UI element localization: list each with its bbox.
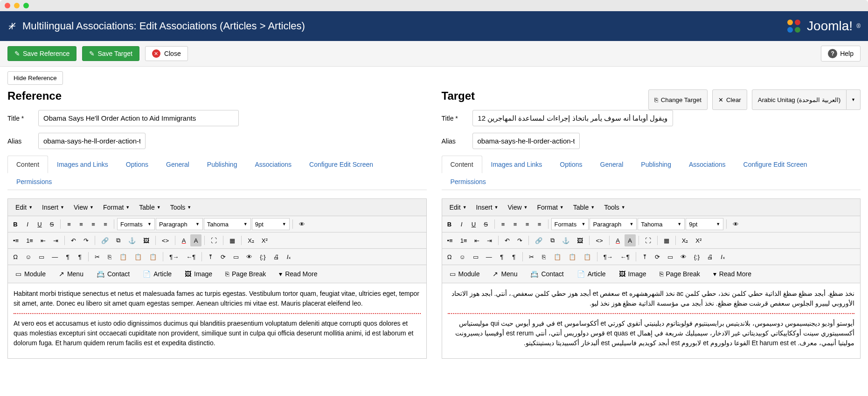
paste-icon[interactable]: 📋: [116, 251, 130, 263]
outdent-icon[interactable]: ⇤: [37, 234, 49, 246]
menu-tools[interactable]: Tools▼: [600, 201, 629, 214]
tab-general[interactable]: General: [591, 156, 632, 173]
template-icon[interactable]: {;}: [691, 251, 703, 263]
insert-module[interactable]: ▭Module: [11, 268, 50, 280]
strike-icon[interactable]: S: [480, 218, 492, 230]
paste-word-icon[interactable]: 📋: [580, 251, 594, 263]
preview-icon[interactable]: 👁: [243, 251, 256, 263]
anchor-icon[interactable]: ⚓: [125, 234, 139, 246]
insert-contact[interactable]: 📇Contact: [526, 268, 568, 280]
insert-module[interactable]: ▭Module: [445, 268, 485, 280]
paragraph-select[interactable]: Paragraph▼: [590, 218, 637, 230]
menu-insert[interactable]: Insert▼: [38, 201, 68, 214]
unlink-icon[interactable]: ⧉: [113, 234, 124, 246]
menu-tools[interactable]: Tools▼: [167, 201, 195, 214]
save-target-button[interactable]: ✎ Save Target: [82, 46, 139, 61]
ltr-icon[interactable]: ¶→: [166, 251, 182, 263]
bold-icon[interactable]: B: [444, 218, 455, 230]
tab-options[interactable]: Options: [551, 156, 591, 173]
indent-icon[interactable]: ⇥: [484, 234, 495, 246]
underline-icon[interactable]: U: [468, 218, 479, 230]
insert-article[interactable]: 📄Article: [572, 268, 611, 280]
number-list-icon[interactable]: 1≡: [457, 234, 471, 246]
hide-reference-button[interactable]: Hide Reference: [7, 71, 63, 85]
menu-edit[interactable]: Edit▼: [446, 201, 471, 214]
align-right-icon[interactable]: ≡: [88, 218, 99, 230]
copy-icon[interactable]: ⎘: [104, 251, 115, 263]
upload-icon[interactable]: ⤒: [639, 251, 651, 263]
fullscreen-icon[interactable]: ⛶: [208, 234, 220, 246]
upload-icon[interactable]: ⤒: [205, 251, 216, 263]
find-icon[interactable]: 👁: [296, 218, 308, 230]
unlink-icon[interactable]: ⧉: [547, 234, 558, 246]
menu-format[interactable]: Format▼: [534, 201, 568, 214]
pilcrow2-icon[interactable]: ¶: [508, 251, 520, 263]
fontsize-select[interactable]: 9pt▼: [252, 218, 290, 230]
cut-icon[interactable]: ✂: [91, 251, 103, 263]
restore-icon[interactable]: ⟳: [652, 251, 663, 263]
insert-image[interactable]: 🖼Image: [180, 268, 217, 280]
redo-icon[interactable]: ↷: [80, 234, 92, 246]
menu-format[interactable]: Format▼: [99, 201, 133, 214]
anchor-icon[interactable]: ⚓: [559, 234, 573, 246]
redo-icon[interactable]: ↷: [514, 234, 526, 246]
link-icon[interactable]: 🔗: [98, 234, 112, 246]
clearformat-icon[interactable]: Iₓ: [284, 251, 295, 263]
omega-icon[interactable]: Ω: [10, 251, 21, 263]
pilcrow-icon[interactable]: ¶: [62, 251, 73, 263]
reference-alias-input[interactable]: [38, 133, 146, 149]
tab-images-links[interactable]: Images and Links: [482, 156, 551, 173]
fullscreen-icon[interactable]: ⛶: [642, 234, 654, 246]
code-icon[interactable]: <>: [159, 234, 172, 246]
undo-icon[interactable]: ↶: [68, 234, 79, 246]
insert-pagebreak[interactable]: ⎘Page Break: [655, 268, 705, 280]
menu-view[interactable]: View▼: [504, 201, 531, 214]
paste-icon[interactable]: 📋: [550, 251, 564, 263]
ltr-icon[interactable]: ¶→: [600, 251, 616, 263]
insert-article[interactable]: 📄Article: [138, 268, 176, 280]
tab-general[interactable]: General: [157, 156, 198, 173]
pilcrow-icon[interactable]: ¶: [496, 251, 507, 263]
close-button[interactable]: ✕ Close: [145, 46, 188, 61]
menu-edit[interactable]: Edit▼: [12, 201, 36, 214]
template-icon[interactable]: {;}: [257, 251, 269, 263]
underline-icon[interactable]: U: [34, 218, 45, 230]
link-icon[interactable]: 🔗: [532, 234, 546, 246]
media-icon[interactable]: ▭: [470, 251, 482, 263]
menu-insert[interactable]: Insert▼: [472, 201, 502, 214]
align-left-icon[interactable]: ≡: [498, 218, 509, 230]
align-right-icon[interactable]: ≡: [522, 218, 533, 230]
preview-icon[interactable]: 👁: [677, 251, 690, 263]
formats-select[interactable]: Formats▼: [551, 218, 589, 230]
align-justify-icon[interactable]: ≡: [534, 218, 545, 230]
image-icon[interactable]: 🖼: [140, 234, 153, 246]
tab-associations[interactable]: Associations: [680, 156, 735, 173]
align-center-icon[interactable]: ≡: [76, 218, 87, 230]
restore-icon[interactable]: ⟳: [217, 251, 229, 263]
italic-icon[interactable]: I: [22, 218, 33, 230]
collapse-icon[interactable]: [7, 21, 17, 31]
target-alias-input[interactable]: [472, 133, 580, 149]
paste-text-icon[interactable]: 📋: [565, 251, 579, 263]
insert-readmore[interactable]: ▾Read More: [708, 268, 756, 280]
font-select[interactable]: Tahoma▼: [638, 218, 685, 230]
insert-pagebreak[interactable]: ⎘Page Break: [221, 268, 271, 280]
subscript-icon[interactable]: X₂: [679, 234, 692, 246]
tab-associations[interactable]: Associations: [246, 156, 300, 173]
tab-publishing[interactable]: Publishing: [198, 156, 246, 173]
tab-permissions[interactable]: Permissions: [442, 173, 495, 190]
help-button[interactable]: ? Help: [821, 46, 861, 61]
print-icon[interactable]: 🖨: [704, 251, 716, 263]
copy-icon[interactable]: ⎘: [538, 251, 549, 263]
insert-contact[interactable]: 📇Contact: [92, 268, 134, 280]
undo-icon[interactable]: ↶: [501, 234, 513, 246]
insert-menu[interactable]: ↗Menu: [488, 268, 522, 280]
code-icon[interactable]: <>: [592, 234, 606, 246]
pilcrow2-icon[interactable]: ¶: [74, 251, 85, 263]
strike-icon[interactable]: S: [46, 218, 57, 230]
image-icon[interactable]: 🖼: [574, 234, 586, 246]
target-title-input[interactable]: [472, 110, 673, 126]
insert-readmore[interactable]: ▾Read More: [274, 268, 322, 280]
rtl-icon[interactable]: ←¶: [183, 251, 199, 263]
subscript-icon[interactable]: X₂: [244, 234, 257, 246]
